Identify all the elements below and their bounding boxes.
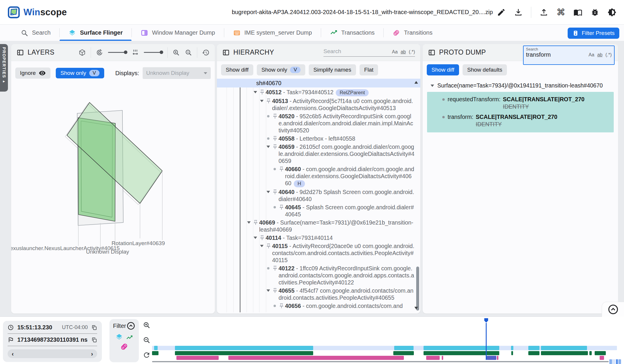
3d-view-icon[interactable] (78, 49, 86, 56)
hierarchy-scrollbar-thumb[interactable] (416, 267, 419, 311)
tab-ime-system-server-dump[interactable]: IME system_server Dump (224, 25, 321, 41)
spacing-slider[interactable] (144, 52, 163, 53)
timeline-segment-transactions[interactable] (152, 351, 158, 355)
tree-row-40640[interactable]: 40640 - 9d2d27b Splash Screen com.google… (217, 188, 420, 203)
timeline-segment-transactions[interactable] (528, 351, 539, 355)
documentation-icon[interactable] (574, 8, 582, 17)
ignore-filter-chip[interactable]: Ignore (15, 68, 50, 79)
pin-icon[interactable] (279, 204, 284, 210)
pin-icon[interactable] (279, 303, 284, 309)
timeline-segment-transitions[interactable] (442, 356, 443, 360)
layers-3d-canvas[interactable]: RotationLayer#40639exuslauncher.NexusLau… (11, 85, 215, 314)
match-word-toggle[interactable]: ab (401, 49, 406, 55)
proto-property-row[interactable]: requestedTransform:SCALE|TRANSLATE|ROT_2… (427, 94, 614, 112)
download-traces-icon[interactable] (514, 8, 523, 17)
tab-search[interactable]: Search (12, 25, 59, 41)
spacing-slider-knob[interactable] (160, 50, 163, 54)
collapse-arrow-icon[interactable] (259, 98, 264, 104)
match-case-toggle[interactable]: Aa (588, 52, 594, 58)
pin-icon[interactable] (259, 89, 265, 95)
show-only-visible-chip[interactable]: Show only V (56, 68, 104, 78)
scroll-up-icon[interactable] (414, 81, 418, 84)
tree-row-40513[interactable]: 40513 - ActivityRecord{5c7f14a u0 com.go… (217, 97, 420, 112)
show-only-visible-button[interactable]: Show only V (257, 64, 305, 75)
pin-icon[interactable] (272, 136, 278, 141)
timeline-cursor-handle[interactable] (484, 318, 488, 323)
match-case-toggle[interactable]: Aa (392, 49, 398, 55)
reset-view-icon[interactable] (202, 49, 210, 56)
scroll-down-icon[interactable] (414, 307, 418, 309)
collapse-arrow-icon[interactable] (430, 83, 435, 88)
timeline-segment-surface-flinger[interactable] (528, 346, 539, 350)
pin-icon[interactable] (272, 189, 278, 195)
edit-filename-icon[interactable] (497, 8, 506, 17)
timeline-segment-transitions[interactable] (176, 356, 219, 360)
show-defaults-button[interactable]: Show defaults (463, 64, 507, 75)
collapse-arrow-icon[interactable] (266, 288, 271, 293)
pin-icon[interactable] (272, 113, 278, 119)
pin-icon[interactable] (259, 235, 265, 241)
tab-transitions[interactable]: Transitions (384, 25, 441, 41)
tab-transactions[interactable]: Transactions (321, 25, 384, 41)
collapse-arrow-icon[interactable] (266, 144, 271, 149)
tree-row-40114[interactable]: 40114 - Task=7931#40114 (217, 234, 420, 241)
properties-side-tab[interactable]: PROPERTIES ▶ (0, 44, 8, 92)
pin-icon[interactable] (272, 265, 278, 271)
proto-search-input[interactable] (526, 51, 586, 58)
show-diff-button[interactable]: Show diff (221, 64, 253, 75)
rotation-icon[interactable] (96, 49, 103, 56)
collapse-arrow-icon[interactable] (253, 90, 258, 95)
pin-icon[interactable] (266, 243, 271, 249)
rotation-slider-knob[interactable] (124, 50, 127, 54)
timeline-segment-surface-flinger[interactable] (154, 346, 158, 350)
filter-presets-button[interactable]: Filter Presets (568, 28, 619, 39)
timeline-segment-transactions[interactable] (595, 351, 606, 355)
collapse-timeline-icon[interactable] (608, 304, 619, 315)
rotation-slider[interactable] (108, 52, 127, 53)
timeline-segment-transitions[interactable] (497, 356, 498, 360)
timeline-zoom-slider[interactable] (609, 359, 621, 364)
timeline-segment-surface-flinger[interactable] (394, 346, 414, 350)
timeline-canvas[interactable] (0, 316, 624, 364)
timeline-segment-transactions[interactable] (511, 351, 513, 355)
zoom-out-icon[interactable] (185, 49, 192, 56)
tree-row-40656[interactable]: 40656 - com.google.android.contacts/com.… (217, 302, 420, 309)
timeline-segment-transactions[interactable] (541, 351, 588, 355)
pin-icon[interactable] (272, 288, 278, 294)
tab-window-manager-dump[interactable]: Window Manager Dump (132, 25, 224, 41)
timeline-scroll-track[interactable] (152, 361, 609, 362)
regex-toggle[interactable]: (.*) (409, 49, 415, 55)
tree-row-40669[interactable]: 40669 - Surface(name=Task=7931)/@0x619e2… (217, 219, 420, 233)
timeline-segment-transitions[interactable] (228, 356, 404, 360)
collapse-arrow-icon[interactable] (253, 235, 258, 240)
dark-mode-toggle-icon[interactable] (608, 8, 616, 17)
simplify-names-button[interactable]: Simplify names (309, 64, 356, 75)
tree-row-40645[interactable]: 40645 - Splash Screen com.google.android… (217, 204, 420, 218)
tree-row-40122[interactable]: 40122 - 1ffcc09 ActivityRecordInputSink … (217, 265, 420, 286)
timeline-segment-surface-flinger[interactable] (424, 346, 499, 350)
layer-spacing-icon[interactable] (131, 49, 139, 56)
tree-row-40512[interactable]: 40512 - Task=7934#40512RelZParent (217, 89, 420, 96)
timeline-segment-transactions[interactable] (175, 351, 313, 355)
hierarchy-search-input[interactable] (323, 48, 389, 55)
tree-row-40659[interactable]: 40659 - 26105cf com.google.android.diale… (217, 143, 420, 164)
upload-icon[interactable] (539, 8, 548, 17)
tab-surface-flinger[interactable]: Surface Flinger (60, 25, 131, 41)
proto-root-node[interactable]: Surface(name=Task=7934)/@0x1941191_trans… (423, 82, 618, 89)
zoom-in-icon[interactable] (172, 49, 180, 56)
pin-icon[interactable] (272, 144, 278, 150)
report-bug-icon[interactable] (591, 8, 599, 17)
collapse-arrow-icon[interactable] (259, 243, 264, 249)
pin-icon[interactable] (253, 220, 259, 225)
pin-icon[interactable] (266, 98, 271, 104)
tree-row-40115[interactable]: 40115 - ActivityRecord{20ace0e u0 com.go… (217, 242, 420, 264)
timeline-segment-active-transition[interactable] (487, 356, 496, 360)
selected-tree-row[interactable]: sh#40670 (217, 79, 420, 87)
show-diff-button[interactable]: Show diff (427, 64, 459, 75)
timeline-segment-transitions[interactable] (600, 356, 604, 360)
timeline-segment-surface-flinger[interactable] (511, 346, 513, 350)
timeline-segment-transactions[interactable] (589, 351, 592, 355)
timeline-segment-transactions[interactable] (424, 351, 499, 355)
tree-row-40660[interactable]: 40660 - com.google.android.dialer/com.go… (217, 166, 420, 187)
displays-select[interactable]: Unknown Display (143, 67, 211, 79)
